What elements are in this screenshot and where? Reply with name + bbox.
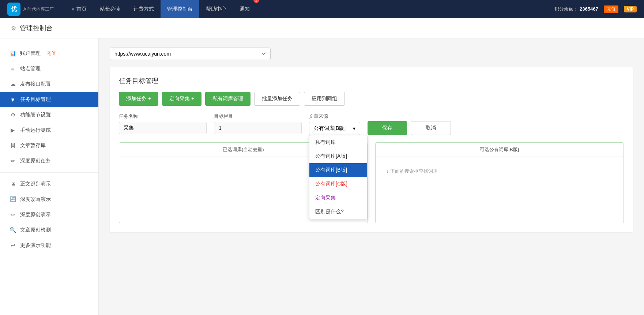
section-title: 任务目标管理 [119, 76, 624, 85]
logo-subtitle: AI时代内容工厂 [23, 6, 54, 12]
page-body: 📊 账户管理 充值 ≡ 站点管理 ☁ 发布接口配置 ▼ 任务目标管理 ⚙ 功能细… [0, 38, 644, 315]
form-row: 任务名称 目标栏目 文章来源 公有词库[B版] ▾ [119, 113, 624, 135]
top-navigation: 优 AI时代内容工厂 ≡ 首页 站长必读 计费方式 管理控制台 帮助中心 通知 … [0, 0, 644, 18]
sidebar-item-publish[interactable]: ☁ 发布接口配置 [0, 76, 98, 92]
top-recharge-button[interactable]: 充值 [604, 5, 618, 13]
source-option-public-b[interactable]: 公有词库[B版] [309, 163, 367, 177]
available-panel-header: 可选公有词库[B版] [376, 143, 624, 157]
batch-add-button[interactable]: 批量添加任务 [254, 92, 300, 106]
private-lib-button[interactable]: 私有词库管理 [205, 92, 251, 106]
cancel-button[interactable]: 取消 [411, 121, 451, 135]
available-panel-body: ↓ 下面的搜索框查找词库 [376, 157, 624, 223]
form-actions: 保存 取消 [368, 113, 451, 135]
vip-badge: VIP [624, 6, 637, 12]
source-select-value: 公有词库[B版] [314, 125, 346, 132]
nav-item-notification[interactable]: 通知 1 [233, 0, 256, 18]
text-recog-icon: 🖥 [9, 181, 16, 187]
points-value: 2365467 [580, 6, 598, 12]
available-panel-hint: ↓ 下面的搜索框查找词库 [381, 162, 618, 180]
nav-item-help[interactable]: 帮助中心 [199, 0, 233, 18]
nav-items: ≡ 首页 站长必读 计费方式 管理控制台 帮助中心 通知 1 [65, 0, 554, 18]
logo-icon: 优 [7, 3, 20, 16]
apply-group-button[interactable]: 应用到同组 [304, 92, 345, 106]
source-option-public-a[interactable]: 公有词库[A版] [309, 149, 367, 163]
available-wordbank-panel: 可选公有词库[B版] ↓ 下面的搜索框查找词库 [375, 142, 624, 223]
source-group: 文章来源 公有词库[B版] ▾ 私有词库 公有词库[A版] 公有词库[B版] 公… [309, 113, 360, 135]
source-label: 文章来源 [309, 113, 360, 120]
sidebar-item-more[interactable]: ↩ 更多演示功能 [0, 238, 98, 253]
url-selector-area: https://www.ucaiyun.com [110, 48, 633, 60]
site-icon: ≡ [9, 66, 16, 72]
sidebar-item-manual[interactable]: ▶ 手动运行测试 [0, 123, 98, 138]
task-icon: ▼ [9, 97, 16, 103]
sidebar-item-feature[interactable]: ⚙ 功能细节设置 [0, 107, 98, 123]
points-label: 积分余额： 2365467 [554, 6, 598, 12]
source-option-private[interactable]: 私有词库 [309, 135, 367, 149]
sidebar-item-original-task[interactable]: ✏ 深度原创任务 [0, 153, 98, 169]
source-option-public-c[interactable]: 公有词库[C版] [309, 177, 367, 191]
manual-icon: ▶ [9, 127, 16, 134]
sidebar-item-site[interactable]: ≡ 站点管理 [0, 61, 98, 76]
sidebar-item-check[interactable]: 🔍 文章原创检测 [0, 222, 98, 238]
nav-item-pricing[interactable]: 计费方式 [127, 0, 161, 18]
source-option-directed[interactable]: 定向采集 [309, 191, 367, 205]
source-dropdown-arrow: ▾ [353, 125, 355, 131]
nav-right-area: 积分余额： 2365467 充值 VIP [554, 5, 637, 13]
sidebar-item-original-demo[interactable]: ✏ 深度原创演示 [0, 207, 98, 222]
task-name-group: 任务名称 [119, 113, 207, 134]
more-icon: ↩ [9, 242, 16, 249]
source-dropdown: 私有词库 公有词库[A版] 公有词库[B版] 公有词库[C版] 定向采集 区别是… [309, 135, 368, 219]
sidebar-recharge-link[interactable]: 充值 [46, 50, 56, 57]
check-icon: 🔍 [9, 227, 16, 233]
sidebar-item-task[interactable]: ▼ 任务目标管理 [0, 92, 98, 107]
task-name-input[interactable] [119, 122, 207, 134]
settings-icon: ⚙ [11, 25, 16, 32]
wordbank-section: 已选词库(自动去重) 可选公有词库[B版] ↓ 下面的搜索框查找词库 [119, 142, 624, 223]
nav-item-home[interactable]: ≡ 首页 [65, 0, 93, 18]
add-task-button[interactable]: 添加任务 + [119, 92, 158, 106]
target-col-group: 目标栏目 [214, 113, 302, 134]
action-buttons: 添加任务 + 定向采集 + 私有词库管理 批量添加任务 应用到同组 [119, 92, 624, 106]
directed-collect-button[interactable]: 定向采集 + [162, 92, 202, 106]
sidebar-item-rewrite[interactable]: 🔄 深度改写演示 [0, 192, 98, 207]
sidebar-divider [0, 172, 98, 173]
target-col-input[interactable] [214, 122, 302, 134]
logo-area: 优 AI时代内容工厂 [7, 3, 54, 16]
publish-icon: ☁ [9, 81, 16, 87]
nav-item-must-read[interactable]: 站长必读 [93, 0, 127, 18]
feature-icon: ⚙ [9, 112, 16, 118]
page-title: 管理控制台 [20, 24, 53, 33]
original-task-icon: ✏ [9, 158, 16, 164]
sidebar-item-account[interactable]: 📊 账户管理 充值 [0, 46, 98, 61]
original-demo-icon: ✏ [9, 211, 16, 218]
target-col-label: 目标栏目 [214, 113, 302, 120]
sidebar-item-text-recog[interactable]: 🖥 正文识别演示 [0, 176, 98, 192]
page-header: ⚙ 管理控制台 [0, 18, 644, 38]
rewrite-icon: 🔄 [9, 196, 16, 203]
home-nav-icon: ≡ [71, 6, 74, 12]
sidebar: 📊 账户管理 充值 ≡ 站点管理 ☁ 发布接口配置 ▼ 任务目标管理 ⚙ 功能细… [0, 38, 99, 315]
source-select-wrapper: 公有词库[B版] ▾ 私有词库 公有词库[A版] 公有词库[B版] 公有词库[C… [309, 122, 360, 135]
task-name-label: 任务名称 [119, 113, 207, 120]
sidebar-item-draft[interactable]: 🗄 文章暂存库 [0, 138, 98, 153]
draft-icon: 🗄 [9, 143, 16, 149]
nav-item-dashboard[interactable]: 管理控制台 [161, 0, 199, 18]
save-button[interactable]: 保存 [368, 121, 407, 135]
source-option-difference[interactable]: 区别是什么? [309, 205, 367, 219]
main-content: https://www.ucaiyun.com 任务目标管理 添加任务 + 定向… [99, 38, 644, 315]
account-icon: 📊 [9, 50, 16, 57]
url-select[interactable]: https://www.ucaiyun.com [110, 48, 271, 60]
source-select-button[interactable]: 公有词库[B版] ▾ [309, 122, 360, 135]
notification-badge: 1 [253, 0, 259, 3]
content-wrapper: 任务目标管理 添加任务 + 定向采集 + 私有词库管理 批量添加任务 应用到同组… [110, 67, 633, 232]
